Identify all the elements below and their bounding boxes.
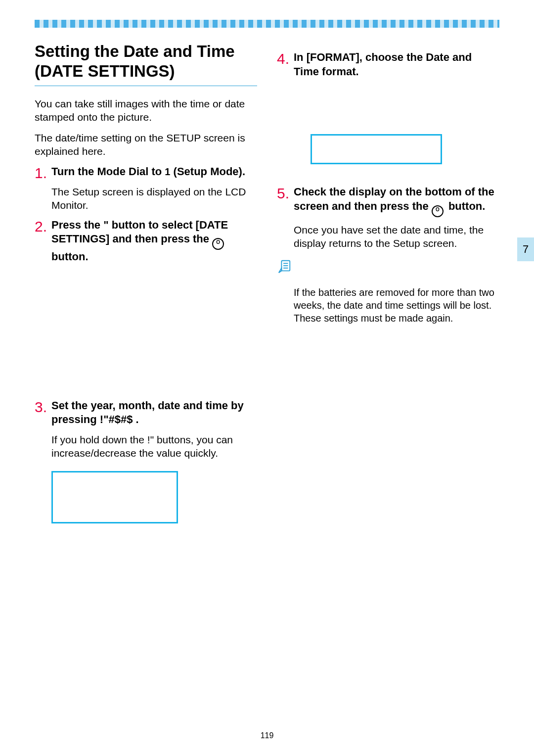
ok-button-icon: O [432, 205, 444, 217]
figure-date-entry [51, 471, 178, 523]
note-text: If the batteries are removed for more th… [277, 286, 499, 325]
left-column: Setting the Date and Time (DATE SETTINGS… [35, 42, 257, 523]
step-1-head-post: (Setup Mode). [170, 165, 245, 178]
step-4-head: In [FORMAT], choose the Date and Time fo… [294, 50, 499, 79]
step-5-head: Check the display on the bottom of the s… [294, 185, 499, 217]
step-2-head-post: button. [51, 250, 89, 263]
step-3-desc: If you hold down the !" buttons, you can… [51, 433, 257, 460]
step-3-number: 3. [35, 399, 51, 415]
spacer [277, 164, 499, 179]
decorative-band [35, 20, 499, 28]
step-5: 5. Check the display on the bottom of th… [277, 185, 499, 250]
page-content: Setting the Date and Time (DATE SETTINGS… [35, 20, 499, 732]
step-3-body: Set the year, month, date and time by pr… [51, 399, 257, 460]
main-columns: Setting the Date and Time (DATE SETTINGS… [35, 42, 499, 523]
step-5-number: 5. [277, 185, 294, 201]
intro-p2: The date/time setting on the SETUP scree… [35, 131, 257, 158]
ok-button-icon: O [212, 238, 224, 250]
step-5-body: Check the display on the bottom of the s… [294, 185, 499, 250]
step-4-number: 4. [277, 50, 294, 66]
right-column: 4. In [FORMAT], choose the Date and Time… [277, 42, 499, 523]
chapter-number: 7 [523, 242, 529, 257]
mode-dial-symbol: 1 [165, 166, 170, 177]
step-2-head-pre: Press the " button to select [DATE SETTI… [51, 219, 228, 245]
step-2-number: 2. [35, 218, 51, 234]
figure-format [311, 134, 442, 164]
step-4: 4. In [FORMAT], choose the Date and Time… [277, 50, 499, 79]
step-3: 3. Set the year, month, date and time by… [35, 399, 257, 460]
step-1-head-pre: Turn the Mode Dial to [51, 165, 165, 178]
page-number: 119 [0, 731, 534, 741]
section-title: Setting the Date and Time (DATE SETTINGS… [35, 42, 257, 86]
step-1-number: 1. [35, 165, 51, 181]
step-1-body: Turn the Mode Dial to 1 (Setup Mode). Th… [51, 165, 257, 212]
step-2-body: Press the " button to select [DATE SETTI… [51, 218, 257, 264]
step-5-head-post: button. [445, 200, 486, 212]
intro-p1: You can take still images with the time … [35, 97, 257, 124]
spacer [277, 79, 499, 123]
spacer [35, 264, 257, 393]
step-1-desc: The Setup screen is displayed on the LCD… [51, 185, 257, 212]
step-1-head: Turn the Mode Dial to 1 (Setup Mode). [51, 165, 257, 179]
step-5-desc: Once you have set the date and time, the… [294, 223, 499, 250]
step-1: 1. Turn the Mode Dial to 1 (Setup Mode).… [35, 165, 257, 212]
step-2-head: Press the " button to select [DATE SETTI… [51, 218, 257, 264]
chapter-tab: 7 [517, 237, 534, 261]
step-3-head: Set the year, month, date and time by pr… [51, 399, 257, 427]
step-4-body: In [FORMAT], choose the Date and Time fo… [294, 50, 499, 79]
step-2: 2. Press the " button to select [DATE SE… [35, 218, 257, 264]
intro-block: You can take still images with the time … [35, 97, 257, 158]
note-icon [277, 259, 292, 274]
